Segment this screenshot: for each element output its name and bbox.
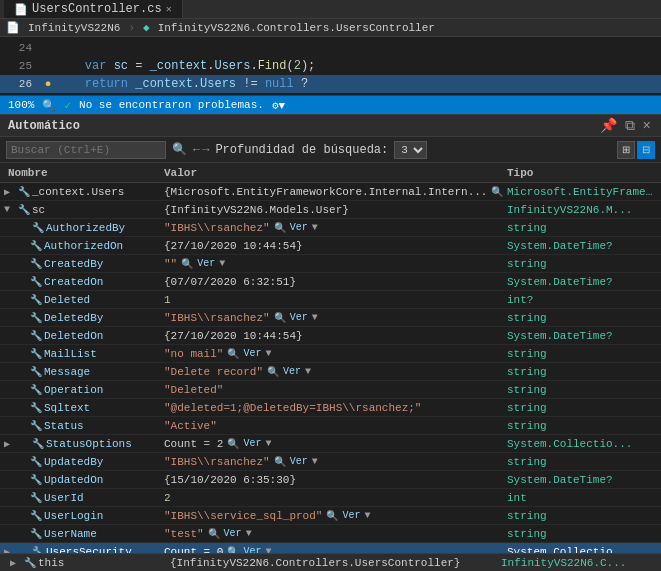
pin-icon[interactable]: 📌 bbox=[598, 117, 619, 134]
table-row[interactable]: 🔧 UserLogin "IBHS\\service_sql_prod" 🔍 V… bbox=[0, 507, 661, 525]
ver-btn[interactable]: Ver bbox=[224, 528, 242, 539]
search-btn[interactable]: 🔍 bbox=[227, 546, 239, 554]
search-btn[interactable]: 🔍 bbox=[181, 258, 193, 270]
ver-btn[interactable]: Ver bbox=[290, 222, 308, 233]
prop-icon: 🔧 bbox=[30, 276, 42, 288]
search-input[interactable] bbox=[6, 141, 166, 159]
search-btn[interactable]: 🔍 bbox=[274, 312, 286, 324]
table-row[interactable]: 🔧 Status "Active" string bbox=[0, 417, 661, 435]
settings-icon[interactable]: ⚙▼ bbox=[272, 99, 285, 112]
ver-btn[interactable]: Ver bbox=[243, 348, 261, 359]
search-btn[interactable]: 🔍 bbox=[227, 348, 239, 360]
row-value: "IBHS\\rsanchez" 🔍 Ver ▼ bbox=[164, 312, 507, 324]
row-value: "@deleted=1;@DeletedBy=IBHS\\rsanchez;" bbox=[164, 402, 507, 414]
expand-arrow[interactable]: ▼ bbox=[4, 204, 16, 215]
status-message: No se encontraron problemas. bbox=[79, 99, 264, 111]
dropdown-btn[interactable]: ▼ bbox=[219, 258, 225, 269]
search-btn[interactable]: 🔍 bbox=[326, 510, 338, 522]
table-row[interactable]: 🔧 AuthorizedOn {27/10/2020 10:44:54} Sys… bbox=[0, 237, 661, 255]
float-icon[interactable]: ⧉ bbox=[623, 118, 637, 134]
expand-arrow[interactable]: ▶ bbox=[4, 546, 16, 554]
table-row[interactable]: 🔧 UpdatedBy "IBHS\\rsanchez" 🔍 Ver ▼ str… bbox=[0, 453, 661, 471]
ver-btn[interactable]: Ver bbox=[197, 258, 215, 269]
table-row[interactable]: 🔧 Deleted 1 int? bbox=[0, 291, 661, 309]
expand-arrow[interactable]: ▶ bbox=[10, 557, 22, 569]
row-value: {27/10/2020 10:44:54} bbox=[164, 330, 507, 342]
close-panel-icon[interactable]: × bbox=[641, 118, 653, 134]
row-name-this: ▶ 🔧 this bbox=[10, 557, 170, 569]
dropdown-btn[interactable]: ▼ bbox=[265, 348, 271, 359]
table-row[interactable]: 🔧 Sqltext "@deleted=1;@DeletedBy=IBHS\\r… bbox=[0, 399, 661, 417]
row-value: "Deleted" bbox=[164, 384, 507, 396]
back-arrow[interactable]: ← bbox=[193, 143, 200, 157]
editor-toolbar: 📄 InfinityVS22N6 › ◆ InfinityVS22N6.Cont… bbox=[0, 19, 661, 37]
row-value: Count = 0 🔍 Ver ▼ bbox=[164, 546, 507, 554]
search-btn[interactable]: 🔍 bbox=[227, 438, 239, 450]
ver-btn[interactable]: Ver bbox=[342, 510, 360, 521]
bottom-bar: ▶ 🔧 this {InfinityVS22N6.Controllers.Use… bbox=[0, 553, 661, 571]
row-type: string bbox=[507, 510, 657, 522]
prop-icon: 🔧 bbox=[18, 204, 30, 216]
table-row[interactable]: 🔧 DeletedOn {27/10/2020 10:44:54} System… bbox=[0, 327, 661, 345]
search-btn[interactable]: 🔍 bbox=[267, 366, 279, 378]
row-type: System.DateTime? bbox=[507, 330, 657, 342]
search-icon: 🔍 bbox=[172, 142, 187, 157]
expand-arrow[interactable]: ▶ bbox=[4, 438, 16, 450]
ver-btn[interactable]: Ver bbox=[290, 456, 308, 467]
table-row[interactable]: ▼ 🔧 sc {InfinityVS22N6.Models.User} Infi… bbox=[0, 201, 661, 219]
search-btn[interactable]: 🔍 bbox=[208, 528, 220, 540]
dropdown-btn[interactable]: ▼ bbox=[246, 528, 252, 539]
dropdown-btn[interactable]: ▼ bbox=[312, 222, 318, 233]
table-row[interactable]: ▶ 🔧 StatusOptions Count = 2 🔍 Ver ▼ Syst… bbox=[0, 435, 661, 453]
row-name-userlogin: 🔧 UserLogin bbox=[4, 510, 164, 522]
zoom-level: 100% bbox=[8, 99, 34, 111]
search-btn[interactable]: 🔍 bbox=[274, 456, 286, 468]
watch-table: ▶ 🔧 _context.Users {Microsoft.EntityFram… bbox=[0, 183, 661, 553]
row-value: "test" 🔍 Ver ▼ bbox=[164, 528, 507, 540]
row-type: InfinityVS22N6.C... bbox=[501, 557, 651, 569]
prop-icon: 🔧 bbox=[24, 557, 36, 569]
status-check-icon: ✓ bbox=[64, 99, 71, 112]
depth-select[interactable]: 3 1 2 4 5 bbox=[394, 141, 427, 159]
this-row[interactable]: ▶ 🔧 this {InfinityVS22N6.Controllers.Use… bbox=[6, 554, 655, 572]
table-row[interactable]: 🔧 CreatedOn {07/07/2020 6:32:51} System.… bbox=[0, 273, 661, 291]
table-row[interactable]: ▶ 🔧 AuthorizedBy "IBHS\\rsanchez" 🔍 Ver … bbox=[0, 219, 661, 237]
view-btn-1[interactable]: ⊞ bbox=[617, 141, 635, 159]
code-lines: 24 25 var sc = _context.Users.Find(2); 2… bbox=[0, 37, 661, 95]
table-row[interactable]: 🔧 DeletedBy "IBHS\\rsanchez" 🔍 Ver ▼ str… bbox=[0, 309, 661, 327]
row-name-createdby: 🔧 CreatedBy bbox=[4, 258, 164, 270]
dropdown-btn[interactable]: ▼ bbox=[305, 366, 311, 377]
table-row[interactable]: 🔧 UserId 2 int bbox=[0, 489, 661, 507]
table-row[interactable]: ▶ 🔧 _context.Users {Microsoft.EntityFram… bbox=[0, 183, 661, 201]
search-btn[interactable]: 🔍 bbox=[491, 186, 503, 198]
ver-btn[interactable]: Ver bbox=[290, 312, 308, 323]
ver-btn[interactable]: Ver bbox=[283, 366, 301, 377]
row-name-sc: ▼ 🔧 sc bbox=[4, 204, 164, 216]
dropdown-btn[interactable]: ▼ bbox=[265, 546, 271, 553]
row-type: System.Collectio... bbox=[507, 546, 657, 554]
ver-btn[interactable]: Ver bbox=[243, 438, 261, 449]
row-value: {InfinityVS22N6.Models.User} bbox=[164, 204, 507, 216]
ver-btn[interactable]: Ver bbox=[243, 546, 261, 553]
dropdown-btn[interactable]: ▼ bbox=[265, 438, 271, 449]
dropdown-btn[interactable]: ▼ bbox=[364, 510, 370, 521]
table-row[interactable]: 🔧 UserName "test" 🔍 Ver ▼ string bbox=[0, 525, 661, 543]
search-btn[interactable]: 🔍 bbox=[274, 222, 286, 234]
dropdown-btn[interactable]: ▼ bbox=[312, 312, 318, 323]
table-row[interactable]: 🔧 UpdatedOn {15/10/2020 6:35:30} System.… bbox=[0, 471, 661, 489]
table-row[interactable]: 🔧 MailList "no mail" 🔍 Ver ▼ string bbox=[0, 345, 661, 363]
expand-arrow[interactable]: ▶ bbox=[4, 186, 16, 198]
fwd-arrow[interactable]: → bbox=[202, 143, 209, 157]
table-row[interactable]: 🔧 Operation "Deleted" string bbox=[0, 381, 661, 399]
code-line-24: 24 bbox=[0, 39, 661, 57]
table-row[interactable]: 🔧 Message "Delete record" 🔍 Ver ▼ string bbox=[0, 363, 661, 381]
table-row[interactable]: 🔧 CreatedBy "" 🔍 Ver ▼ string bbox=[0, 255, 661, 273]
editor-tab[interactable]: 📄 UsersController.cs ✕ bbox=[4, 0, 183, 18]
col-header-name: Nombre bbox=[4, 167, 164, 179]
table-row-userssecurity[interactable]: ▶ 🔧 UsersSecurity Count = 0 🔍 Ver ▼ Syst… bbox=[0, 543, 661, 553]
row-name-operation: 🔧 Operation bbox=[4, 384, 164, 396]
row-type: System.DateTime? bbox=[507, 276, 657, 288]
row-type: string bbox=[507, 222, 657, 234]
dropdown-btn[interactable]: ▼ bbox=[312, 456, 318, 467]
view-btn-2[interactable]: ⊟ bbox=[637, 141, 655, 159]
